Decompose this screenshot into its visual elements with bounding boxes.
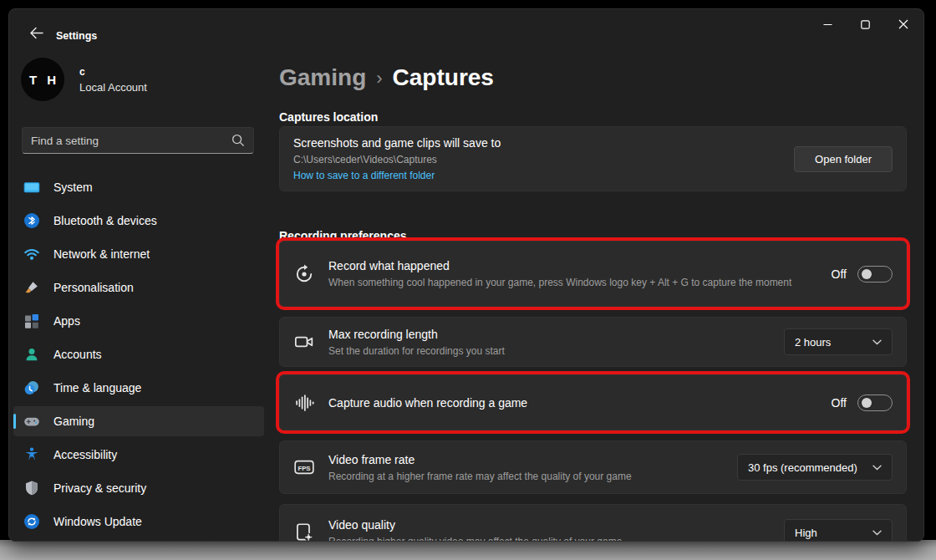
sidebar-item-label: Network & internet: [53, 247, 150, 261]
minimize-icon: [823, 19, 832, 32]
sidebar-item-label: Windows Update: [53, 515, 142, 528]
sidebar-item-network[interactable]: Network & internet: [13, 239, 264, 269]
svg-text:FPS: FPS: [298, 465, 310, 472]
chevron-down-icon: [872, 339, 882, 345]
time-language-icon: [23, 379, 40, 396]
setting-description: Set the duration for recordings you star…: [328, 344, 767, 358]
settings-window: Settings T H c Local Account System: [8, 8, 924, 542]
desktop-strip: [0, 540, 936, 560]
setting-description: When something cool happened in your gam…: [328, 276, 815, 289]
max-recording-length-dropdown[interactable]: 2 hours: [784, 328, 893, 355]
search-box[interactable]: [22, 127, 254, 154]
breadcrumb: Gaming › Captures: [279, 64, 494, 91]
sidebar-item-gaming[interactable]: Gaming: [13, 406, 264, 436]
minimize-button[interactable]: [809, 11, 847, 39]
toggle-state-label: Off: [832, 267, 847, 281]
max-recording-length-row: Max recording length Set the duration fo…: [279, 317, 907, 367]
captures-location-card: Screenshots and game clips will save to …: [279, 126, 907, 191]
sidebar-item-accounts[interactable]: Accounts: [13, 339, 264, 369]
video-quality-row: Video quality Recording higher quality v…: [279, 504, 907, 542]
video-frame-rate-row: FPS Video frame rate Recording at a high…: [279, 440, 907, 494]
back-button[interactable]: [23, 23, 49, 45]
sidebar-item-bluetooth[interactable]: Bluetooth & devices: [13, 206, 264, 236]
account-card: T H c Local Account: [21, 58, 147, 101]
dropdown-value: 2 hours: [795, 336, 831, 349]
search-icon: [231, 134, 245, 147]
search-input[interactable]: [31, 135, 231, 147]
sidebar-item-time-language[interactable]: Time & language: [13, 373, 264, 403]
toggle-thumb: [862, 398, 872, 408]
sidebar-item-label: Apps: [53, 314, 80, 328]
sidebar-item-label: Privacy & security: [53, 481, 146, 495]
fps-badge-icon: FPS: [293, 456, 315, 478]
video-frame-rate-dropdown[interactable]: 30 fps (recommended): [737, 454, 893, 481]
apps-icon: [23, 313, 40, 329]
sidebar-item-accessibility[interactable]: Accessibility: [13, 440, 264, 470]
sidebar-nav: System Bluetooth & devices Network & int…: [13, 172, 264, 540]
dropdown-value: 30 fps (recommended): [748, 461, 857, 474]
sidebar-item-personalisation[interactable]: Personalisation: [13, 272, 264, 303]
save-location-title: Screenshots and game clips will save to: [293, 135, 777, 150]
breadcrumb-parent[interactable]: Gaming: [279, 64, 366, 91]
video-quality-dropdown[interactable]: High: [784, 519, 893, 542]
sidebar-item-label: Time & language: [53, 381, 141, 395]
toggle-thumb: [862, 269, 872, 279]
sidebar-item-label: Bluetooth & devices: [53, 214, 157, 227]
account-type: Local Account: [79, 81, 147, 94]
accessibility-icon: [23, 446, 40, 463]
sidebar-item-privacy-security[interactable]: Privacy & security: [13, 473, 264, 503]
sidebar-item-label: Personalisation: [53, 281, 134, 294]
save-location-path: C:\Users\ceder\Videos\Captures: [293, 153, 777, 166]
breadcrumb-separator-icon: ›: [376, 66, 382, 89]
back-arrow-icon: [29, 27, 43, 42]
network-icon: [23, 246, 40, 262]
close-button[interactable]: [884, 11, 922, 39]
system-icon: [23, 179, 40, 196]
setting-description: Recording at a higher frame rate may aff…: [328, 470, 720, 483]
sidebar-item-label: Gaming: [53, 415, 94, 428]
personalisation-icon: [23, 279, 40, 296]
sidebar-item-windows-update[interactable]: Windows Update: [13, 507, 264, 537]
capture-audio-toggle[interactable]: [857, 395, 893, 411]
close-icon: [898, 19, 908, 32]
audio-waveform-icon: [293, 392, 315, 414]
windows-update-icon: [23, 513, 40, 530]
accounts-icon: [23, 346, 40, 363]
app-title: Settings: [56, 30, 97, 42]
record-what-happened-row: Record what happened When something cool…: [279, 241, 907, 307]
setting-title: Video frame rate: [328, 452, 720, 467]
setting-title: Capture audio when recording a game: [328, 395, 815, 410]
account-name: c: [79, 66, 147, 78]
record-history-icon: [293, 263, 315, 285]
captures-location-heading: Captures location: [279, 110, 378, 124]
chevron-down-icon: [872, 465, 882, 471]
sidebar-item-label: System: [53, 181, 93, 194]
maximize-button[interactable]: [847, 11, 884, 39]
setting-description: Recording higher quality video may affec…: [328, 535, 767, 542]
open-folder-button[interactable]: Open folder: [794, 146, 893, 172]
maximize-icon: [861, 19, 870, 32]
capture-audio-row: Capture audio when recording a game Off: [279, 374, 907, 430]
sidebar-item-system[interactable]: System: [13, 172, 264, 202]
toggle-state-label: Off: [832, 396, 847, 410]
sidebar-item-label: Accounts: [53, 348, 102, 361]
video-quality-icon: [293, 522, 315, 542]
video-camera-icon: [293, 331, 315, 353]
chevron-down-icon: [872, 530, 882, 536]
privacy-security-icon: [23, 480, 40, 496]
avatar: T H: [21, 58, 64, 101]
sidebar-item-label: Accessibility: [53, 448, 117, 461]
page-title: Captures: [393, 64, 494, 91]
bluetooth-icon: [23, 212, 40, 229]
setting-title: Video quality: [328, 517, 767, 532]
window-controls: [809, 11, 922, 39]
record-what-happened-toggle[interactable]: [857, 266, 893, 283]
different-folder-link[interactable]: How to save to a different folder: [293, 169, 435, 182]
dropdown-value: High: [795, 527, 817, 539]
setting-title: Max recording length: [328, 327, 767, 342]
gaming-icon: [23, 413, 40, 430]
setting-title: Record what happened: [328, 258, 815, 273]
sidebar-item-apps[interactable]: Apps: [13, 306, 264, 336]
